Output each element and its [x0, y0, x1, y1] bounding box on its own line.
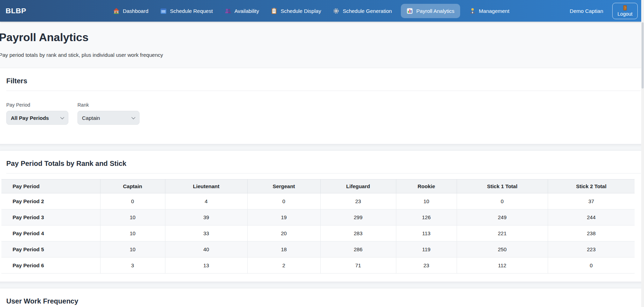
table-cell: 299	[320, 209, 396, 225]
select-value: Captain	[82, 115, 100, 121]
pay-period-select[interactable]: All Pay Periods	[6, 111, 68, 125]
table-cell: 0	[457, 193, 548, 209]
table-row-pay-period-6: Pay Period 6313271231120	[1, 258, 635, 274]
bar-chart-icon	[406, 8, 413, 14]
table-cell: 249	[457, 209, 548, 225]
nav-items: DashboardSchedule RequestAvailabilitySch…	[110, 4, 512, 18]
table-cell: 19	[247, 209, 320, 225]
totals-card: Pay Period Totals by Rank and Stick Pay …	[0, 151, 644, 282]
column-header-sergeant: Sergeant	[247, 179, 320, 193]
table-cell: 37	[548, 193, 635, 209]
nav-item-label: Schedule Display	[280, 8, 321, 14]
nav-item-schedule-request[interactable]: Schedule Request	[157, 4, 216, 18]
table-cell: 33	[165, 225, 247, 241]
nav-item-schedule-display[interactable]: Schedule Display	[268, 4, 324, 18]
gear-icon	[333, 8, 339, 14]
scrollbar-thumb[interactable]	[642, 22, 644, 89]
nav-item-payroll-analytics[interactable]: Payroll Analytics	[401, 4, 460, 18]
table-cell: 3	[100, 258, 165, 274]
nav-item-label: Dashboard	[123, 8, 148, 14]
nav-item-schedule-generation[interactable]: Schedule Generation	[330, 4, 395, 18]
column-header-stick-2-total: Stick 2 Total	[548, 179, 635, 193]
table-row-pay-period-4: Pay Period 4103320283113221238	[1, 225, 635, 241]
filter-label: Rank	[77, 102, 140, 108]
table-cell: 39	[165, 209, 247, 225]
table-cell: 221	[457, 225, 548, 241]
table-cell: Pay Period 3	[1, 209, 100, 225]
user-work-frequency-card: User Work Frequency	[0, 289, 644, 307]
table-cell: Pay Period 6	[1, 258, 100, 274]
table-cell: 10	[100, 209, 165, 225]
clipboard-icon	[271, 8, 277, 14]
column-header-lifeguard: Lifeguard	[320, 179, 396, 193]
table-cell: 10	[100, 225, 165, 241]
filter-field-rank: RankCaptain	[77, 102, 140, 125]
nav-item-management[interactable]: Management	[466, 4, 512, 18]
table-cell: 4	[165, 193, 247, 209]
chevron-down-icon	[60, 115, 64, 119]
page-subtitle: Pay period totals by rank and stick, plu…	[0, 52, 644, 58]
people-icon	[225, 8, 231, 14]
divider	[6, 91, 641, 91]
column-header-rookie: Rookie	[396, 179, 457, 193]
table-cell: 18	[247, 241, 320, 258]
table-cell: 250	[457, 241, 548, 258]
logout-button[interactable]: Logout	[612, 3, 638, 19]
nav-item-label: Schedule Generation	[343, 8, 392, 14]
select-value: All Pay Periods	[11, 115, 49, 121]
totals-table: Pay PeriodCaptainLieutenantSergeantLifeg…	[1, 179, 635, 274]
calendar-icon	[160, 8, 167, 14]
table-cell: Pay Period 2	[1, 193, 100, 209]
brand-logo[interactable]: BLBP	[6, 7, 26, 15]
rank-select[interactable]: Captain	[77, 111, 140, 125]
table-cell: 71	[320, 258, 396, 274]
user-work-frequency-heading: User Work Frequency	[6, 297, 641, 305]
table-cell: 10	[100, 241, 165, 258]
table-cell: 0	[548, 258, 635, 274]
table-cell: 119	[396, 241, 457, 258]
table-cell: 0	[247, 193, 320, 209]
filter-label: Pay Period	[6, 102, 68, 108]
table-cell: 23	[396, 258, 457, 274]
table-cell: 13	[165, 258, 247, 274]
nav-item-label: Payroll Analytics	[416, 8, 454, 14]
logout-label: Logout	[617, 11, 632, 17]
page-title: Payroll Analytics	[0, 31, 644, 44]
user-name: Demo Captian	[570, 8, 603, 14]
table-cell: 23	[320, 193, 396, 209]
filter-row: Pay PeriodAll Pay PeriodsRankCaptain	[6, 102, 641, 125]
column-header-pay-period: Pay Period	[1, 179, 100, 193]
table-cell: 10	[396, 193, 457, 209]
table-cell: 40	[165, 241, 247, 258]
table-cell: 283	[320, 225, 396, 241]
table-cell: 113	[396, 225, 457, 241]
table-cell: 112	[457, 258, 548, 274]
totals-heading: Pay Period Totals by Rank and Stick	[6, 160, 641, 168]
nav-item-dashboard[interactable]: Dashboard	[110, 4, 151, 18]
column-header-captain: Captain	[100, 179, 165, 193]
table-row-pay-period-5: Pay Period 5104018286119250223	[1, 241, 635, 258]
door-icon	[623, 5, 627, 10]
table-cell: Pay Period 4	[1, 225, 100, 241]
table-cell: 238	[548, 225, 635, 241]
table-cell: 244	[548, 209, 635, 225]
nav-item-label: Management	[479, 8, 510, 14]
chevron-down-icon	[132, 115, 135, 119]
table-cell: 286	[320, 241, 396, 258]
top-nav: BLBP DashboardSchedule RequestAvailabili…	[0, 0, 644, 22]
table-cell: 2	[247, 258, 320, 274]
page-header: Payroll Analytics Pay period totals by r…	[0, 22, 644, 68]
nav-item-availability[interactable]: Availability	[222, 4, 262, 18]
vertical-scrollbar[interactable]	[641, 0, 644, 307]
filters-card: Filters Pay PeriodAll Pay PeriodsRankCap…	[0, 68, 644, 144]
table-cell: 126	[396, 209, 457, 225]
column-header-stick-1-total: Stick 1 Total	[457, 179, 548, 193]
table-cell: 0	[100, 193, 165, 209]
table-cell: Pay Period 5	[1, 241, 100, 258]
table-row-pay-period-3: Pay Period 3103919299126249244	[1, 209, 635, 225]
filters-heading: Filters	[6, 77, 641, 85]
table-cell: 20	[247, 225, 320, 241]
filter-field-pay-period: Pay PeriodAll Pay Periods	[6, 102, 68, 125]
column-header-lieutenant: Lieutenant	[165, 179, 247, 193]
home-icon	[113, 8, 120, 14]
